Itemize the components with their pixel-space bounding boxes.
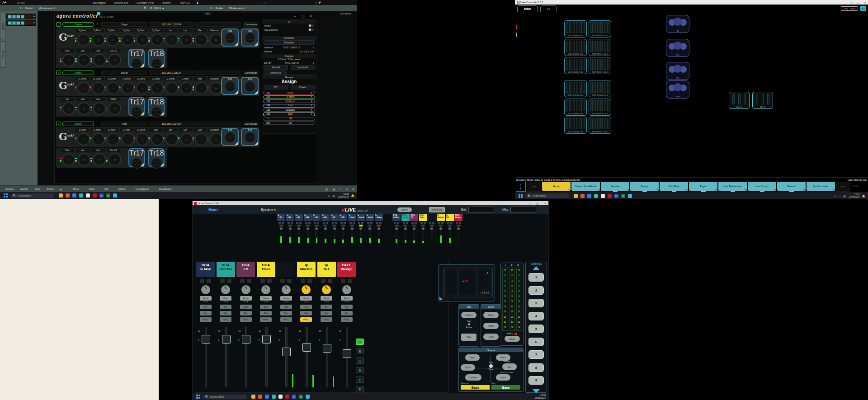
group-row[interactable]: 102 D_Moni! X (263, 95, 315, 99)
channel-label[interactable]: Ip→Sub 1 (348, 214, 356, 221)
lake-module[interactable]: M12P MON FL V3.0 (589, 20, 611, 38)
side-tab[interactable]: T904 (2) (0, 41, 6, 68)
port[interactable]: D_Moni 4 (119, 127, 134, 146)
overview-channel[interactable]: Ip→W3 (295, 214, 303, 243)
window-control-icon[interactable]: ▢ (857, 1, 859, 4)
clear-button[interactable]: Clear (505, 336, 520, 342)
folder-icon[interactable]: 🗀 (210, 7, 213, 9)
start-icon[interactable] (4, 193, 8, 198)
delete-icon[interactable]: X (308, 113, 315, 115)
tool-icon[interactable]: ▦ (333, 188, 335, 191)
design-tab[interactable]: Tune (33, 187, 42, 191)
channel-label[interactable]: DCAOut Mo (401, 214, 410, 221)
identify-all-button[interactable]: Identify All (291, 65, 315, 70)
assign-square[interactable] (328, 279, 332, 283)
lake-module[interactable]: M12P MON FL V3.0 (589, 117, 611, 134)
port[interactable]: Wan 9 (193, 76, 208, 94)
port[interactable]: D_Direct 7 (163, 76, 178, 94)
taskbar-app-icon[interactable] (278, 395, 283, 399)
amplifiers-tab[interactable]: Amplifiers (84, 12, 95, 15)
taskbar-app-icon[interactable] (580, 194, 585, 198)
port[interactable]: Clearcom 10 (208, 28, 222, 46)
port-connector[interactable]: 13 (93, 102, 106, 115)
strip-label[interactable]: IpN-1 (317, 262, 336, 277)
group-row[interactable]: 104 Lan! X (263, 104, 315, 108)
port-connector[interactable]: 11 (62, 54, 75, 66)
port-connector[interactable]: 12 (78, 54, 90, 66)
mini-knob[interactable] (307, 227, 309, 230)
gauge-module[interactable]: M15 (666, 62, 689, 80)
zoom-level[interactable]: ▼ 100 % ▲ (150, 7, 164, 9)
port[interactable]: D_Direct 1 (75, 76, 90, 94)
notification-icon[interactable]: 🔔 (351, 194, 355, 197)
mode-tab[interactable]: EQ (103, 187, 110, 191)
port[interactable]: D_Direct 5 (134, 127, 149, 146)
strip-knob[interactable] (322, 285, 331, 294)
taskbar-app-icon[interactable] (587, 194, 591, 198)
window-icon[interactable]: ▢▢ (262, 1, 267, 4)
scene-next-button[interactable]: Next (496, 374, 510, 381)
tab-all[interactable]: All (540, 5, 557, 12)
port-connector[interactable]: 2 (92, 82, 105, 94)
amplifiers-tab-icon[interactable] (97, 12, 100, 15)
next-page-button[interactable]: ►► (836, 182, 850, 192)
commands-button[interactable]: Commands (243, 22, 259, 27)
port-connector[interactable]: 8 (180, 133, 193, 146)
emulation-button[interactable]: Emulation (264, 40, 315, 45)
overview-channel[interactable]: DCAIn Mon (392, 214, 401, 243)
mini-button[interactable] (332, 225, 336, 226)
port[interactable]: D_Direct 5 (134, 28, 149, 46)
mute-button[interactable]: Mute (260, 296, 272, 301)
gauge-module[interactable]: M12 (666, 39, 689, 57)
strip-label[interactable]: PAFLWedge (337, 262, 356, 277)
fader-handle[interactable] (202, 335, 210, 344)
overview-channel[interactable]: Ip→Sides (375, 214, 383, 243)
mini-button[interactable] (306, 225, 310, 226)
sel-button[interactable]: Sel (220, 305, 231, 309)
speakers-tab[interactable]: Speakers (340, 12, 351, 15)
trunk-port[interactable]: Tr18 (148, 49, 165, 68)
mini-knob[interactable] (430, 227, 433, 230)
port[interactable]: Lan 7 (163, 28, 178, 46)
menu-main[interactable]: Main (208, 207, 218, 212)
section-name[interactable]: Stage (101, 22, 147, 27)
bank-button[interactable]: E (356, 376, 364, 383)
start-icon[interactable] (196, 395, 200, 399)
channel-label[interactable]: Ip→W1 (277, 214, 285, 221)
taskbar-app-icon[interactable] (608, 194, 612, 198)
mini-button[interactable] (297, 225, 301, 226)
sel-button[interactable]: Sel (300, 305, 312, 309)
mode-tab[interactable]: Mute (71, 187, 80, 191)
mini-button[interactable] (457, 225, 461, 226)
bank-button[interactable]: F (356, 386, 364, 392)
overview-channel[interactable]: Ip→W4 (304, 214, 312, 243)
trunk-port[interactable]: Tr15 (221, 77, 239, 95)
window-control-icon[interactable]: ✕ (864, 1, 866, 4)
amp-device-row[interactable]: 🕪 (6, 20, 36, 26)
softkey-button[interactable]: 2 (528, 286, 544, 295)
mini-knob[interactable] (395, 227, 398, 230)
port[interactable]: Ctr-114 14 (106, 148, 121, 166)
signal-icon[interactable]: ≋ ⚡ (315, 1, 321, 4)
port[interactable]: Lan 8 (178, 127, 193, 146)
workspace-dropdown-2[interactable]: Workspace ∨ (229, 6, 245, 9)
mini-button[interactable] (403, 225, 407, 226)
port[interactable]: D_Moni 3 (104, 127, 119, 146)
overview-channel[interactable]: Ip→W7 (330, 214, 339, 243)
channel-label[interactable]: DCAIn Mon (392, 214, 401, 221)
taskbar-app-icon[interactable]: A+ (292, 395, 296, 399)
trunk-port[interactable]: Tr18 (148, 148, 165, 167)
pafl-button[interactable]: PAFL (341, 317, 353, 322)
trunk-port[interactable]: Tr18 (148, 97, 165, 116)
group-row[interactable]: 101 GAce! X (263, 91, 315, 94)
strip-label[interactable]: DCAOut Mo (217, 262, 235, 277)
mini-button[interactable] (448, 225, 452, 226)
theme-toggle[interactable] (308, 24, 314, 27)
mute-button[interactable]: Mute (200, 296, 212, 301)
pafl-button[interactable]: PAFL (220, 317, 231, 322)
softkey-button[interactable]: 8 (528, 363, 544, 372)
home-button[interactable]: Home (397, 207, 412, 212)
lake-module[interactable]: M12P MON FL V3.0 (564, 99, 587, 116)
mix-button[interactable]: Mix (300, 311, 312, 315)
mini-knob[interactable] (368, 227, 371, 230)
